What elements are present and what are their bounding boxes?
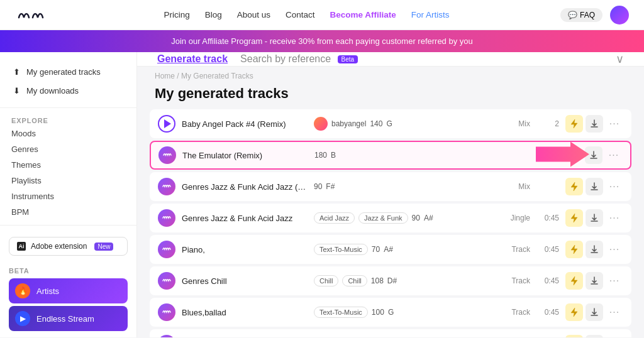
more-options-button[interactable]: ··· <box>606 272 623 290</box>
main-content: Generate track Search by reference Beta … <box>137 52 644 337</box>
bolt-button[interactable] <box>565 303 583 321</box>
track-actions: ··· <box>565 209 623 227</box>
bolt-button[interactable] <box>565 272 583 290</box>
sidebar-item-playlists[interactable]: Playlists <box>0 173 136 188</box>
download-button[interactable] <box>586 335 603 337</box>
tag-pill: Chill <box>314 275 338 286</box>
sidebar-item-genres[interactable]: Genres <box>0 141 136 157</box>
sidebar-item-generated-tracks[interactable]: ⬆ My generated tracks <box>0 62 136 81</box>
sidebar-item-downloads[interactable]: ⬇ My downloads <box>0 81 136 100</box>
beta-section: BETA 🔥 Artists ▶ Endless Stream <box>9 267 128 334</box>
banner-text: Join our Affiliate Program - receive 30%… <box>171 36 473 46</box>
artists-label: Artists <box>36 286 59 296</box>
track-tags: 90F# <box>314 182 492 191</box>
download-button[interactable] <box>585 146 602 164</box>
track-duration: 0:45 <box>536 214 559 222</box>
nav-about[interactable]: About us <box>237 10 270 19</box>
track-tags: babyangel140G <box>314 117 492 131</box>
track-actions: ··· <box>565 335 623 337</box>
tag-plain: A# <box>384 245 393 254</box>
download-button[interactable] <box>586 178 603 195</box>
track-type: Track <box>499 276 530 285</box>
sidebar-item-endless-stream[interactable]: ▶ Endless Stream <box>9 306 128 331</box>
track-row[interactable]: The Emulator (Remix) 180B ··· <box>150 141 631 170</box>
breadcrumb: Home / My Generated Tracks <box>137 67 644 83</box>
adobe-extension[interactable]: Ai Adobe extension New <box>9 237 128 256</box>
sidebar-item-instruments[interactable]: Instruments <box>0 188 136 204</box>
more-options-button[interactable]: ··· <box>606 241 623 258</box>
page-title: My generated tracks <box>137 83 644 109</box>
affiliate-banner[interactable]: Join our Affiliate Program - receive 30%… <box>0 30 644 52</box>
sidebar-item-moods[interactable]: Moods <box>0 126 136 141</box>
track-row[interactable]: Genres Chill ChillChill108D# Track 0:45 … <box>150 266 631 295</box>
sidebar-item-themes[interactable]: Themes <box>0 157 136 173</box>
track-name: Blues,ballad <box>182 308 308 317</box>
sidebar-downloads-label: My downloads <box>26 86 79 95</box>
track-duration: 2 <box>536 119 559 128</box>
track-row[interactable]: Piano, Text-To-Music70A# Track 0:45 ··· <box>150 235 631 264</box>
downloads-icon: ⬇ <box>11 85 21 95</box>
track-actions: ··· <box>565 272 623 290</box>
track-wave-icon <box>158 303 175 321</box>
more-options-button[interactable]: ··· <box>606 178 623 195</box>
more-options-button[interactable]: ··· <box>605 146 623 164</box>
more-options-button[interactable]: ··· <box>606 335 623 337</box>
track-type: Mix <box>499 182 530 191</box>
track-type: Track <box>499 308 530 317</box>
track-row[interactable]: Blues,ballad Text-To-Music100G Track 0:4… <box>150 298 631 327</box>
nav-affiliate[interactable]: Become Affiliate <box>330 10 396 19</box>
bolt-button[interactable] <box>565 209 583 227</box>
nav-blog[interactable]: Blog <box>205 10 222 19</box>
nav-forartists[interactable]: For Artists <box>411 10 450 19</box>
tag-pill: Text-To-Music <box>314 307 368 318</box>
tab-search-by-reference[interactable]: Search by reference Beta <box>240 53 358 65</box>
download-button[interactable] <box>586 303 603 321</box>
track-wave-icon <box>158 178 175 195</box>
tag-plain: 140 <box>370 119 382 128</box>
track-tags: Text-To-Music100G <box>314 307 492 318</box>
sidebar-nav-section: ⬆ My generated tracks ⬇ My downloads <box>0 60 136 102</box>
download-button[interactable] <box>586 209 603 227</box>
download-button[interactable] <box>586 115 603 133</box>
tab-generate-track[interactable]: Generate track <box>157 53 228 65</box>
sidebar-item-bpm[interactable]: BPM <box>0 204 136 220</box>
track-row[interactable]: Hardrock,mixture,loud Text-To-Music70A# … <box>150 329 631 337</box>
track-actions: ··· <box>565 115 623 133</box>
tag-pill: Chill <box>342 275 367 286</box>
beta-badge: Beta <box>338 55 358 63</box>
tag-plain: 100 <box>372 308 384 317</box>
track-wave-icon <box>158 272 175 290</box>
play-button[interactable] <box>158 115 175 133</box>
track-row[interactable]: Genres Jazz & Funk Acid Jazz Acid JazzJa… <box>150 204 631 232</box>
track-row[interactable]: Baby Angel Pack #4 (Remix) babyangel140G… <box>150 109 631 138</box>
more-options-button[interactable]: ··· <box>606 115 623 133</box>
track-name: Genres Jazz & Funk Acid Jazz (Remix) <box>182 182 308 192</box>
tag-plain: 90 <box>314 182 322 191</box>
nav-pricing[interactable]: Pricing <box>164 10 189 19</box>
faq-icon: 💬 <box>568 11 577 19</box>
bolt-button[interactable] <box>565 115 583 133</box>
more-options-button[interactable]: ··· <box>606 209 623 227</box>
nav-contact[interactable]: Contact <box>286 10 315 19</box>
faq-button[interactable]: 💬 FAQ <box>560 8 602 22</box>
bolt-button[interactable] <box>565 178 583 195</box>
bolt-button[interactable] <box>565 241 583 258</box>
track-avatar <box>314 117 328 131</box>
expand-icon[interactable]: ∨ <box>616 52 624 66</box>
download-button[interactable] <box>586 241 603 258</box>
bolt-button[interactable] <box>565 335 583 337</box>
track-type: Mix <box>499 119 530 128</box>
tag-plain: 108 <box>371 276 384 285</box>
more-options-button[interactable]: ··· <box>606 303 623 321</box>
sidebar-item-artists[interactable]: 🔥 Artists <box>9 278 128 303</box>
breadcrumb-home[interactable]: Home <box>155 72 175 80</box>
tag-plain: A# <box>424 214 433 222</box>
avatar[interactable] <box>610 6 629 25</box>
download-button[interactable] <box>586 272 603 290</box>
tag-pill: Text-To-Music <box>314 244 368 255</box>
generated-tracks-icon: ⬆ <box>11 67 21 77</box>
track-row[interactable]: Genres Jazz & Funk Acid Jazz (Remix) 90F… <box>150 172 631 201</box>
logo[interactable] <box>15 6 53 24</box>
track-duration: 0:45 <box>536 308 559 317</box>
track-wave-icon <box>158 335 175 337</box>
